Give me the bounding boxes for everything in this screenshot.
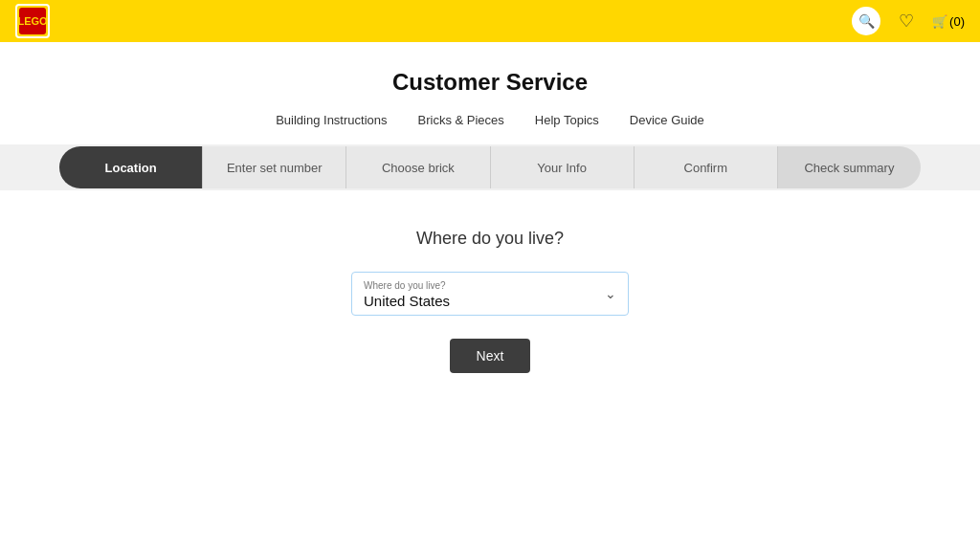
cart-count: (0) [949,14,965,29]
steps-bar: Location Enter set number Choose brick Y… [0,144,980,190]
cart-button[interactable]: 🛒 (0) [932,14,965,29]
nav-bricks-pieces[interactable]: Bricks & Pieces [418,113,504,127]
cart-icon: 🛒 [932,14,947,29]
step-confirm-label: Confirm [684,161,728,175]
step-location-label: Location [105,161,157,175]
step-your-info[interactable]: Your Info [490,146,634,188]
step-enter-set-number-label: Enter set number [227,161,323,175]
main-content: Where do you live? Where do you live? Un… [0,190,980,411]
step-choose-brick-label: Choose brick [382,161,455,175]
search-button[interactable]: 🔍 [852,7,880,35]
step-choose-brick[interactable]: Choose brick [345,146,489,188]
where-question: Where do you live? [416,229,564,249]
header: LEGO 🔍 ♡ 🛒 (0) [0,0,980,42]
nav-links: Building Instructions Bricks & Pieces He… [0,113,980,144]
location-dropdown[interactable]: Where do you live? United States ⌄ [351,272,629,316]
step-check-summary[interactable]: Check summary [777,146,921,188]
step-enter-set-number[interactable]: Enter set number [202,146,345,188]
lego-logo[interactable]: LEGO [15,4,50,38]
steps-container: Location Enter set number Choose brick Y… [59,146,921,188]
chevron-down-icon: ⌄ [605,286,616,301]
nav-building-instructions[interactable]: Building Instructions [276,113,387,127]
step-location[interactable]: Location [59,146,202,188]
wishlist-button[interactable]: ♡ [892,7,921,35]
header-right: 🔍 ♡ 🛒 (0) [852,7,965,35]
search-icon: 🔍 [858,13,875,29]
step-check-summary-label: Check summary [804,161,894,175]
next-button[interactable]: Next [450,339,531,373]
nav-device-guide[interactable]: Device Guide [630,113,704,127]
page-title-section: Customer Service [0,42,980,113]
dropdown-value: United States [364,293,616,309]
dropdown-float-label: Where do you live? [364,280,616,291]
page-title: Customer Service [0,69,980,96]
step-confirm[interactable]: Confirm [634,146,777,188]
step-your-info-label: Your Info [537,161,587,175]
location-dropdown-wrapper: Where do you live? United States ⌄ [351,272,629,316]
heart-icon: ♡ [899,11,914,32]
nav-help-topics[interactable]: Help Topics [535,113,599,127]
